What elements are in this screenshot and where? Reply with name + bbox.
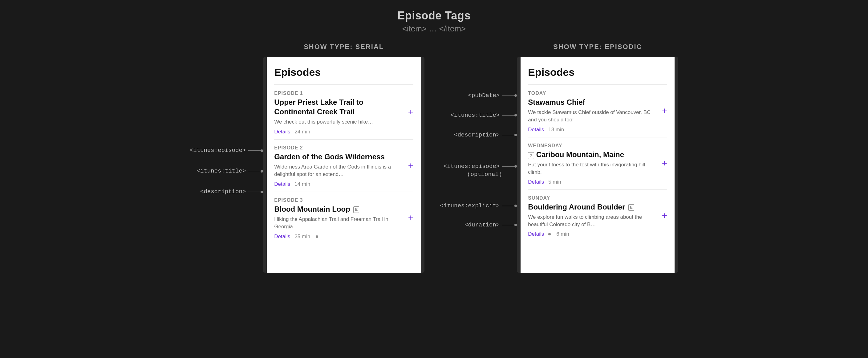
serial-ep1-desc: We check out this powerfully scenic hike…	[274, 118, 413, 126]
episodic-right-bar	[675, 57, 678, 273]
serial-ep1-add-button[interactable]: +	[408, 108, 414, 117]
itunesexplicit-annotation-row: <itunes:explicit>	[425, 202, 517, 209]
itunesepisode-ann-label: <itunes:episode>	[443, 163, 500, 170]
episodic-ep1-duration: 13 min	[548, 127, 564, 133]
serial-ep2-duration: 14 min	[294, 181, 310, 187]
serial-episode-3: EPISODE 3 Blood Mountain Loop E Hiking t…	[274, 191, 413, 244]
itunesepisode-row: <itunes:episode>	[425, 163, 517, 170]
episodic-ep3-duration: 6 min	[556, 231, 569, 237]
episodic-panel-area: SHOW TYPE: EPISODIC Episodes TODAY Stawa…	[517, 43, 678, 273]
itunesepisode-optional-annotation: <itunes:episode> (optional)	[425, 163, 517, 178]
itunes-title-annotation: <itunes:title>	[197, 168, 264, 174]
serial-ep1-number: EPISODE 1	[274, 91, 413, 96]
serial-phone-container: SHOW TYPE: SERIAL Episodes EPISODE 1 Upp…	[263, 43, 425, 273]
connector-line-3	[248, 191, 260, 192]
connector-line-2	[248, 171, 260, 171]
serial-ep3-details[interactable]: Details	[274, 234, 290, 240]
serial-ep2-title: Garden of the Gods Wilderness	[274, 152, 413, 161]
phone-right-bar	[421, 57, 425, 273]
episodic-ep3-desc: We explore fun walks to climbing areas a…	[528, 213, 667, 228]
itunestitle-dot	[515, 114, 517, 116]
serial-ep2-add-button[interactable]: +	[408, 161, 414, 170]
description-annotation: <description>	[200, 189, 263, 195]
serial-ep2-details[interactable]: Details	[274, 181, 290, 187]
episodic-ep2-add-button[interactable]: +	[662, 159, 668, 168]
episodic-episode-3: SUNDAY Bouldering Around Boulder E We ex…	[528, 189, 667, 242]
full-layout: <itunes:episode> <itunes:title> <descrip…	[0, 43, 868, 273]
episodic-ep1-date: TODAY	[528, 91, 667, 96]
episodic-episode-1: TODAY Stawamus Chief We tackle Stawamus …	[528, 85, 667, 137]
optional-row: (optional)	[425, 171, 517, 178]
serial-ep1-duration: 24 min	[294, 129, 310, 135]
episodic-ep2-duration: 5 min	[548, 179, 561, 185]
duration-annotation-row: <duration>	[425, 221, 517, 228]
itunestitle-ann-label: <itunes:title>	[451, 112, 500, 119]
phone-left-bar	[263, 57, 267, 273]
serial-ep2-meta: Details 14 min	[274, 181, 413, 187]
episodic-episode-2: WEDNESDAY 7 Caribou Mountain, Maine Put …	[528, 137, 667, 189]
episodic-ep3-duration-dot	[548, 233, 551, 235]
serial-ep3-meta: Details 25 min	[274, 234, 413, 240]
episodic-ep3-date: SUNDAY	[528, 195, 667, 201]
serial-episode-2: EPISODE 2 Garden of the Gods Wilderness …	[274, 139, 413, 191]
episodic-panel-label: SHOW TYPE: EPISODIC	[553, 43, 642, 51]
itunestitle-line	[502, 115, 515, 116]
center-annotations-area: <pubDate> <itunes:title> <description> <…	[425, 43, 517, 231]
itunestitle-annotation-row: <itunes:title>	[425, 112, 517, 119]
episodic-ep2-date: WEDNESDAY	[528, 143, 667, 149]
optional-ann-label: (optional)	[467, 171, 502, 178]
serial-ep3-number: EPISODE 3	[274, 198, 413, 203]
serial-ep3-duration: 25 min	[294, 234, 310, 240]
episodic-left-bar	[517, 57, 521, 273]
pubdate-dot	[515, 94, 517, 97]
episodic-phone-container: SHOW TYPE: EPISODIC Episodes TODAY Stawa…	[517, 43, 678, 273]
serial-panel-area: <itunes:episode> <itunes:title> <descrip…	[190, 43, 425, 273]
episodic-ep2-meta: Details 5 min	[528, 179, 667, 185]
itunes-episode-label: <itunes:episode>	[190, 148, 246, 153]
episodic-ep2-desc: Put your fitness to the test with this i…	[528, 161, 667, 176]
description2-annotation-row: <description>	[425, 131, 517, 138]
dot-3	[260, 191, 263, 193]
serial-ep1-title: Upper Priest Lake Trail to Continental C…	[274, 97, 413, 116]
serial-ep3-add-button[interactable]: +	[408, 213, 414, 222]
episodic-ep2-title: 7 Caribou Mountain, Maine	[528, 150, 667, 159]
description2-dot	[515, 134, 517, 136]
description2-ann-label: <description>	[454, 131, 500, 138]
episodic-ep2-number-box: 7	[528, 152, 534, 159]
serial-ep1-details[interactable]: Details	[274, 129, 290, 135]
description-label: <description>	[200, 189, 246, 195]
page-subtitle: <item> … </item>	[397, 24, 470, 34]
itunes-title-label: <itunes:title>	[197, 168, 246, 174]
episodic-ep3-details[interactable]: Details	[528, 231, 544, 237]
episodic-phone-with-bars: Episodes TODAY Stawamus Chief We tackle …	[517, 57, 678, 273]
episodic-ep1-details[interactable]: Details	[528, 127, 544, 133]
serial-ep1-meta: Details 24 min	[274, 129, 413, 135]
episodic-ep1-desc: We tackle Stawamus Chief outside of Vanc…	[528, 109, 667, 123]
serial-ep3-duration-dot	[316, 235, 318, 238]
page-header: Episode Tags <item> … </item>	[397, 9, 470, 34]
itunes-episode-annotation: <itunes:episode>	[190, 148, 263, 153]
episodic-ep3-add-button[interactable]: +	[662, 211, 668, 220]
episodic-ep1-meta: Details 13 min	[528, 127, 667, 133]
serial-left-annotations: <itunes:episode> <itunes:title> <descrip…	[190, 43, 263, 195]
episodic-ep2-details[interactable]: Details	[528, 179, 544, 185]
episodic-ep1-add-button[interactable]: +	[662, 106, 668, 116]
episodic-ep1-title: Stawamus Chief	[528, 97, 667, 107]
pubdate-annotation-row: <pubDate>	[425, 92, 517, 99]
duration-ann-label: <duration>	[464, 221, 500, 228]
dot-1	[260, 149, 263, 152]
itunesexplicit-ann-label: <itunes:explicit>	[440, 202, 500, 209]
serial-episode-1: EPISODE 1 Upper Priest Lake Trail to Con…	[274, 85, 413, 139]
serial-screen-title: Episodes	[274, 66, 413, 78]
episodic-ep3-explicit-badge: E	[628, 204, 634, 211]
duration-dot	[515, 224, 517, 226]
episodic-phone-screen: Episodes TODAY Stawamus Chief We tackle …	[521, 57, 675, 273]
episodic-ep3-title: Bouldering Around Boulder E	[528, 202, 667, 212]
episodic-screen-title: Episodes	[528, 66, 667, 78]
itunesexplicit-dot	[515, 205, 517, 207]
dot-2	[260, 170, 263, 173]
duration-line	[502, 225, 515, 225]
page-title: Episode Tags	[397, 9, 470, 22]
serial-ep2-desc: Wilderness Area Garden of the Gods in Il…	[274, 163, 413, 178]
serial-ep3-title: Blood Mountain Loop E	[274, 204, 413, 214]
